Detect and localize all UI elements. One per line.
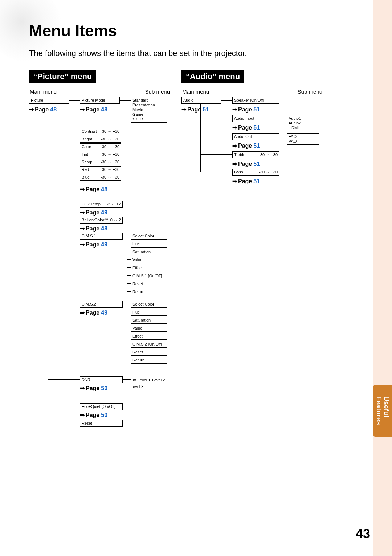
clr-temp-pageref[interactable]: ➡ Page 49	[80, 209, 107, 216]
page-label: Page	[238, 143, 252, 149]
picture-trunk	[48, 100, 48, 434]
adjust-item: Blue-30 ↔ +30	[80, 174, 121, 181]
picture-menu-header: “Picture” menu	[29, 70, 96, 83]
clr-temp-name: CLR Temp	[82, 202, 101, 207]
page-num: 48	[101, 106, 107, 113]
treble-pageref[interactable]: ➡ Page 51	[232, 160, 260, 167]
page-title: Menu Items	[29, 22, 363, 40]
cms1-vline	[127, 236, 127, 295]
adjust-name: Sharp	[82, 160, 92, 164]
conn	[127, 291, 131, 292]
arrow-icon: ➡	[232, 142, 237, 149]
bass-pageref[interactable]: ➡ Page 51	[232, 178, 260, 185]
dnr-pageref[interactable]: ➡ Page 50	[80, 385, 107, 392]
adjust-item: Sharp-30 ↔ +30	[80, 159, 121, 165]
page-label: Page	[86, 412, 99, 418]
treble-box: Treble -30 ↔ +30	[232, 151, 279, 158]
cms2-item-label: Reset	[132, 350, 143, 354]
conn	[120, 100, 131, 101]
conn	[200, 154, 232, 155]
page-num: 49	[101, 209, 107, 216]
cms2-item: C.M.S.2 [On/Off]	[131, 341, 167, 348]
adjust-range: -30 ↔ +30	[101, 144, 119, 149]
cms1-item: Return	[131, 289, 167, 295]
brilliant-pageref[interactable]: ➡ Page 48	[80, 225, 107, 232]
page-label: Page	[238, 106, 252, 113]
treble-range: -30 ↔ +30	[259, 152, 278, 157]
page-label: Page	[238, 161, 252, 167]
cms2-item: Select Color	[131, 301, 167, 308]
page-num: 48	[50, 106, 57, 113]
cms1-item-label: Reset	[132, 282, 143, 286]
conn	[48, 204, 80, 204]
adjust-name: Tint	[82, 152, 88, 157]
brilliant-box: BrilliantColor™ 0 ↔ 2	[80, 217, 123, 224]
cms1-label: C.M.S.1	[82, 234, 96, 238]
conn	[127, 352, 131, 352]
picture-main-pageref[interactable]: ➡ Page 48	[29, 106, 57, 113]
cms1-box: C.M.S.1	[80, 233, 123, 240]
conn	[123, 379, 131, 380]
dnr-options: Off Level 1 Level 2 Level 3	[131, 376, 167, 389]
page-label: Page	[35, 106, 49, 113]
picture-tree: Picture ➡ Page 48 Picture Mode ➡ Page	[29, 97, 171, 438]
arrow-icon: ➡	[232, 106, 237, 113]
page-num: 50	[101, 385, 107, 392]
cms1-item: Value	[131, 257, 167, 263]
eco-quiet-pageref[interactable]: ➡ Page 50	[80, 412, 107, 418]
cms1-item: C.M.S.1 [On/Off]	[131, 273, 167, 279]
arrow-icon: ➡	[80, 209, 85, 216]
arrow-icon: ➡	[80, 412, 85, 418]
adjust-name: Bright	[82, 137, 92, 142]
page-label: Page	[86, 225, 99, 232]
audio-out-box: Audio Out	[232, 133, 279, 140]
adjust-item: Color-30 ↔ +30	[80, 143, 121, 150]
cms2-item: Value	[131, 325, 167, 332]
speaker-pageref[interactable]: ➡ Page 51	[232, 106, 260, 113]
conn	[200, 172, 232, 172]
adjust-range: -30 ↔ +30	[101, 137, 119, 142]
dnr-option: Level 2	[152, 378, 165, 382]
cms1-item: Hue	[131, 241, 167, 248]
picture-mode-pageref[interactable]: ➡ Page 48	[80, 106, 107, 113]
audio-out-pageref[interactable]: ➡ Page 51	[232, 142, 260, 149]
audio-out-option: VAO	[289, 139, 318, 144]
dnr-option: Level 1	[138, 378, 150, 382]
audio-menu-header: “Audio” menu	[181, 70, 244, 83]
audio-input-option: Audio2	[289, 121, 318, 126]
conn	[127, 236, 131, 236]
conn	[279, 136, 287, 136]
cms1-pageref[interactable]: ➡ Page 49	[80, 241, 107, 248]
picture-reset-box: Reset	[80, 420, 123, 427]
audio-main-pageref[interactable]: ➡ Page 51	[181, 106, 209, 113]
picture-adjust-pageref[interactable]: ➡ Page 48	[80, 186, 107, 193]
conn	[279, 118, 287, 118]
conn	[127, 320, 131, 320]
cms2-pageref[interactable]: ➡ Page 49	[80, 309, 107, 316]
conn	[48, 236, 80, 236]
page-label: Page	[86, 385, 99, 392]
conn	[221, 100, 232, 101]
page-label: Page	[86, 186, 99, 193]
audio-menu-column: “Audio” menu Main menu Sub menu Audio ➡ …	[181, 70, 323, 191]
label-sub-menu: Sub menu	[80, 89, 171, 95]
cms2-item-label: Hue	[132, 310, 140, 314]
page-label: Page	[238, 178, 252, 185]
adjust-name: Red	[82, 167, 89, 172]
cms2-item-label: Return	[132, 358, 144, 362]
arrow-icon: ➡	[232, 124, 237, 131]
audio-input-option: Audio1	[289, 116, 318, 121]
picture-reset-label: Reset	[82, 421, 92, 425]
audio-labels: Main menu Sub menu	[181, 89, 323, 95]
audio-tree: Audio ➡ Page 51 Speaker [On/Off] ➡ Page …	[181, 97, 323, 191]
adjust-name: Blue	[82, 175, 90, 180]
cms1-item-label: C.M.S.1 [On/Off]	[132, 274, 162, 278]
bass-range: -30 ↔ +30	[259, 170, 278, 175]
option: Movie	[132, 107, 165, 112]
audio-input-options: Audio1 Audio2 HDMI	[287, 115, 319, 131]
picture-adjust-group: Contrast-30 ↔ +30 Bright-30 ↔ +30 Color-…	[78, 127, 123, 182]
audio-input-pageref[interactable]: ➡ Page 51	[232, 124, 260, 131]
conn	[48, 304, 80, 304]
label-main-menu: Main menu	[29, 89, 80, 95]
conn	[127, 267, 131, 268]
